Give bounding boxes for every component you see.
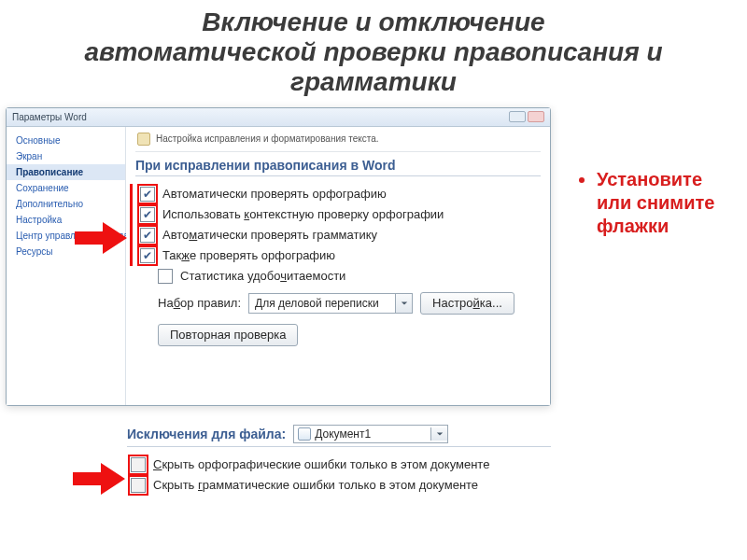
sidebar-item-proofing[interactable]: Правописание (7, 164, 125, 180)
slide-title: Включение и отключение автоматической пр… (0, 0, 747, 107)
checkbox-also-spelling[interactable] (140, 248, 155, 263)
checkbox-hide-spelling-label: Скрыть орфографические ошибки только в э… (153, 457, 489, 471)
checkbox-row-contextual: Использовать контекстную проверку орфогр… (138, 204, 541, 225)
checkbox-row-hide-spelling: Скрыть орфографические ошибки только в э… (129, 455, 551, 475)
options-sidebar: Основные Экран Правописание Сохранение Д… (7, 127, 126, 405)
red-arrow-indicator-1 (73, 219, 129, 257)
section-proofing-header: При исправлении правописания в Word (135, 158, 541, 176)
title-line2: автоматической проверки правописания и г… (28, 37, 719, 97)
pane-caption: Настройка исправления и форматирования т… (135, 131, 541, 152)
exclusions-section: Исключения для файла: Документ1 Скрыть о… (127, 425, 551, 496)
checkbox-auto-spelling[interactable] (140, 187, 155, 202)
checkbox-auto-grammar-label: Автоматически проверять грамматику (162, 228, 377, 242)
title-line1: Включение и отключение (28, 7, 719, 37)
checkbox-auto-spelling-label: Автоматически проверять орфографию (162, 187, 387, 201)
rule-set-row: Набор правил: Для деловой переписки Наст… (135, 287, 541, 318)
instruction-callout: Установите или снимите флажки (576, 168, 730, 238)
sidebar-item-display[interactable]: Экран (7, 148, 125, 164)
chevron-down-icon (395, 294, 412, 313)
sidebar-item-save[interactable]: Сохранение (7, 180, 125, 196)
checkbox-group-highlight: Автоматически проверять орфографию Испол… (130, 184, 541, 266)
options-main-pane: Настройка исправления и форматирования т… (126, 127, 550, 405)
checkbox-contextual-spelling[interactable] (140, 207, 155, 222)
sidebar-item-advanced[interactable]: Дополнительно (7, 196, 125, 212)
checkbox-readability-label: Статистика удобочитаемости (180, 269, 345, 283)
checkbox-hide-grammar-label: Скрыть грамматические ошибки только в эт… (153, 478, 478, 492)
settings-button[interactable]: Настройка... (420, 292, 514, 315)
checkbox-row-grammar: Автоматически проверять грамматику (138, 225, 541, 245)
sidebar-item-general[interactable]: Основные (7, 133, 125, 148)
window-help-button[interactable] (509, 111, 526, 122)
exclusions-doc-name: Документ1 (315, 427, 427, 441)
checkbox-row-readability: Статистика удобочитаемости (135, 266, 541, 287)
exclusions-document-combo[interactable]: Документ1 (293, 425, 448, 443)
instruction-text: Установите или снимите флажки (597, 168, 730, 238)
word-options-dialog: Параметры Word Основные Экран Правописан… (6, 107, 551, 406)
document-icon (298, 427, 311, 441)
checkbox-contextual-label: Использовать контекстную проверку орфогр… (162, 207, 444, 221)
red-arrow-indicator-2 (71, 460, 127, 497)
dialog-titlebar: Параметры Word (7, 108, 550, 127)
checkbox-hide-spelling[interactable] (131, 457, 146, 472)
pane-caption-text: Настройка исправления и форматирования т… (156, 133, 379, 144)
checkbox-row-also: Также проверять орфографию (138, 245, 541, 266)
checkbox-row-spelling: Автоматически проверять орфографию (138, 184, 541, 204)
rule-set-combo[interactable]: Для деловой переписки (248, 293, 413, 314)
checkbox-hide-grammar[interactable] (131, 478, 146, 493)
window-close-button[interactable] (528, 111, 544, 122)
exclusions-title: Исключения для файла: (127, 427, 286, 441)
checkbox-also-spelling-label: Также проверять орфографию (162, 248, 335, 262)
checkbox-readability[interactable] (158, 269, 173, 284)
rule-set-value: Для деловой переписки (255, 297, 395, 310)
proofing-caption-icon (137, 133, 150, 146)
chevron-down-icon (430, 427, 447, 441)
checkbox-row-hide-grammar: Скрыть грамматические ошибки только в эт… (129, 475, 551, 496)
checkbox-auto-grammar[interactable] (140, 228, 155, 243)
exclusions-header: Исключения для файла: Документ1 (127, 425, 551, 447)
recheck-button[interactable]: Повторная проверка (158, 324, 298, 346)
dialog-title: Параметры Word (12, 112, 87, 122)
rule-set-label: Набор правил: (158, 296, 241, 310)
